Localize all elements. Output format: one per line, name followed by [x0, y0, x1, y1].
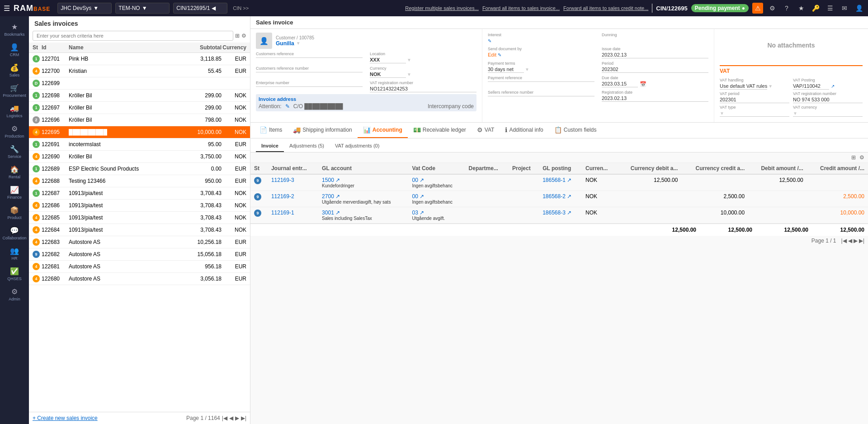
- sidebar-item-hr[interactable]: 👥HR: [2, 244, 27, 263]
- currency-value[interactable]: NOK: [370, 71, 406, 78]
- list-row[interactable]: 1 122697 Kröller Bil 299.00 NOK: [29, 102, 250, 114]
- sub-tab-adjustments[interactable]: Adjustments (5): [284, 140, 330, 152]
- payment-terms-value[interactable]: 30 days net: [488, 66, 524, 73]
- company-selector[interactable]: JHC DevSys ▼: [57, 3, 112, 14]
- vat-handling-value[interactable]: Use default VAT rules: [720, 83, 767, 90]
- customers-reference-value[interactable]: [256, 57, 363, 58]
- top-action-forward-credit[interactable]: Forward all items to sales credit note..…: [563, 5, 648, 11]
- location-expand-icon[interactable]: ▼: [407, 57, 411, 62]
- acct-filter-icon[interactable]: ⊞: [851, 154, 856, 161]
- tab-items[interactable]: 📄 Items: [254, 123, 288, 138]
- currency-expand-icon[interactable]: ▼: [407, 72, 411, 77]
- table-row[interactable]: 9 112169-2 2700 ↗ Utgående merverdiavgif…: [250, 191, 868, 207]
- customer-expand-icon[interactable]: ▼: [296, 41, 301, 46]
- vat-posting-link-icon[interactable]: ↗: [831, 84, 835, 89]
- sidebar-item-collaboration[interactable]: 💬Collaboration: [2, 224, 27, 243]
- list-row[interactable]: 4 122690 Kröller Bil 3,750.00 NOK: [29, 151, 250, 163]
- prev-first-page-icon[interactable]: |◀: [222, 415, 227, 421]
- send-doc-edit-link[interactable]: Edit: [488, 52, 496, 57]
- acct-settings-icon[interactable]: ⚙: [859, 154, 864, 161]
- hamburger-icon[interactable]: ☰: [4, 4, 10, 13]
- gl-posting-link[interactable]: 186568-3 ↗: [542, 210, 571, 216]
- vat-handling-expand-icon[interactable]: ▼: [768, 84, 773, 89]
- tab-custom-fields[interactable]: 📋 Custom fields: [549, 123, 602, 138]
- help-icon[interactable]: ?: [781, 3, 792, 14]
- sidebar-item-procurement[interactable]: 🛒Procurement: [2, 81, 27, 100]
- payment-terms-expand-icon[interactable]: ▼: [525, 67, 529, 72]
- create-invoice-link[interactable]: + Create new sales invoice: [33, 415, 98, 421]
- list-row[interactable]: 4 122686 10913/pia/test 3,708.43 NOK: [29, 200, 250, 212]
- region-selector[interactable]: TEM-NO ▼: [115, 3, 170, 14]
- sub-tab-vat-adjustments[interactable]: VAT adjustments (0): [330, 140, 385, 152]
- due-date-value[interactable]: 2023.03.15: [602, 81, 638, 87]
- gl-account-link[interactable]: 2700 ↗: [322, 193, 340, 200]
- top-action-forward-all[interactable]: Forward all items to sales invoice...: [482, 5, 560, 11]
- list-row[interactable]: 4 122681 Autostore AS 956.18 EUR: [29, 261, 250, 273]
- issue-date-value[interactable]: 2023.02.13: [602, 52, 708, 58]
- settings-icon[interactable]: ⚙: [767, 3, 778, 14]
- tab-accounting[interactable]: 📊 Accounting: [358, 123, 408, 138]
- sidebar-item-qhses[interactable]: ✅QHSES: [2, 264, 27, 284]
- tab-shipping[interactable]: 🚚 Shipping information: [288, 123, 357, 138]
- gl-account-link[interactable]: 3001 ↗: [322, 210, 340, 216]
- vat-period-value[interactable]: 202301: [720, 96, 789, 103]
- list-row[interactable]: 1 122698 Kröller Bil 299.00 NOK: [29, 90, 250, 102]
- sidebar-item-service[interactable]: 🔧Service: [2, 142, 27, 162]
- sidebar-item-admin[interactable]: ⚙Admin: [2, 285, 27, 304]
- gl-posting-link[interactable]: 186568-1 ↗: [542, 177, 571, 183]
- vat-reg-num-value[interactable]: NO12143224253: [370, 86, 476, 92]
- acct-last-page-icon[interactable]: ▶|: [859, 238, 864, 244]
- sidebar-item-rental[interactable]: 🏠Rental: [2, 162, 27, 182]
- gl-account-link[interactable]: 1500 ↗: [322, 177, 340, 183]
- journal-entry-link[interactable]: 112169-3: [271, 177, 294, 183]
- list-row[interactable]: 4 122683 Autostore AS 10,256.18 EUR: [29, 236, 250, 248]
- customers-ref-num-value[interactable]: [256, 71, 363, 72]
- next-last-page-icon[interactable]: ▶|: [241, 415, 246, 421]
- vat-type-expand-icon[interactable]: ▼: [720, 111, 724, 116]
- next-page-icon[interactable]: ▶: [235, 415, 239, 421]
- vat-reg-value[interactable]: NO 974 533 000: [793, 96, 863, 103]
- list-row[interactable]: D 122699: [29, 77, 250, 90]
- tab-receivable[interactable]: 💵 Receivable ledger: [408, 123, 472, 138]
- enterprise-number-value[interactable]: [256, 86, 363, 87]
- list-row[interactable]: 9 122682 Autostore AS 15,056.18 EUR: [29, 248, 250, 261]
- user-icon[interactable]: 👤: [854, 3, 864, 14]
- acct-next-page-icon[interactable]: ▶: [854, 238, 858, 244]
- docid-selector[interactable]: CIN/122695/1 ◀: [173, 3, 227, 14]
- list-row[interactable]: 4 122688 Testing 123466 950.00 EUR: [29, 175, 250, 187]
- vat-code-link[interactable]: 00 ↗: [412, 177, 425, 183]
- email-icon[interactable]: ✉: [839, 3, 850, 14]
- list-row[interactable]: 4 122680 Autostore AS 3,056.18 EUR: [29, 273, 250, 285]
- alert-icon[interactable]: ⚠: [752, 3, 763, 14]
- sidebar-item-product[interactable]: 📦Product: [2, 203, 27, 223]
- sidebar-item-finance[interactable]: 📈Finance: [2, 183, 27, 202]
- list-settings-icon[interactable]: ⚙: [241, 33, 246, 39]
- key-icon[interactable]: 🔑: [810, 3, 821, 14]
- customer-name[interactable]: Gunilla: [276, 40, 294, 47]
- tab-additional-info[interactable]: ℹ Additional info: [500, 123, 548, 138]
- location-value[interactable]: XXX: [370, 57, 406, 63]
- list-row[interactable]: 4 122700 Kristian 55.45 EUR: [29, 65, 250, 77]
- sidebar-item-crm[interactable]: 👤CRM: [2, 40, 27, 60]
- journal-entry-link[interactable]: 112169-2: [271, 193, 294, 200]
- payment-reference-value[interactable]: [488, 81, 594, 82]
- send-doc-edit-icon[interactable]: ✎: [498, 52, 501, 57]
- sidebar-item-production[interactable]: ⚙Production: [2, 122, 27, 141]
- filter-icon[interactable]: ⊞: [235, 33, 240, 39]
- edit-icon[interactable]: ✎: [285, 103, 290, 110]
- acct-prev-page-icon[interactable]: ◀: [848, 238, 852, 244]
- list-row[interactable]: 1 122687 10913/pia/test 3,708.43 NOK: [29, 187, 250, 200]
- journal-entry-link[interactable]: 112169-1: [271, 210, 294, 216]
- table-row[interactable]: 9 112169-3 1500 ↗ Kundefordringer 00 ↗ I…: [250, 174, 868, 191]
- list-row[interactable]: 4 122684 10913/pia/test 3,708.43 NOK: [29, 224, 250, 236]
- list-row[interactable]: 1 122689 ESP Electric Sound Products 0.0…: [29, 163, 250, 175]
- sellers-ref-value[interactable]: [488, 95, 594, 96]
- sub-tab-invoice[interactable]: Invoice: [256, 140, 284, 152]
- list-row[interactable]: 4 122685 10913/pia/test 3,708.43 NOK: [29, 212, 250, 224]
- search-input[interactable]: [33, 31, 233, 41]
- due-date-calendar-icon[interactable]: 📅: [640, 81, 646, 87]
- vat-currency-expand-icon[interactable]: ▼: [793, 111, 797, 116]
- registration-date-value[interactable]: 2023.02.13: [602, 95, 708, 102]
- prev-page-icon[interactable]: ◀: [229, 415, 233, 421]
- vat-code-link[interactable]: 00 ↗: [412, 193, 425, 200]
